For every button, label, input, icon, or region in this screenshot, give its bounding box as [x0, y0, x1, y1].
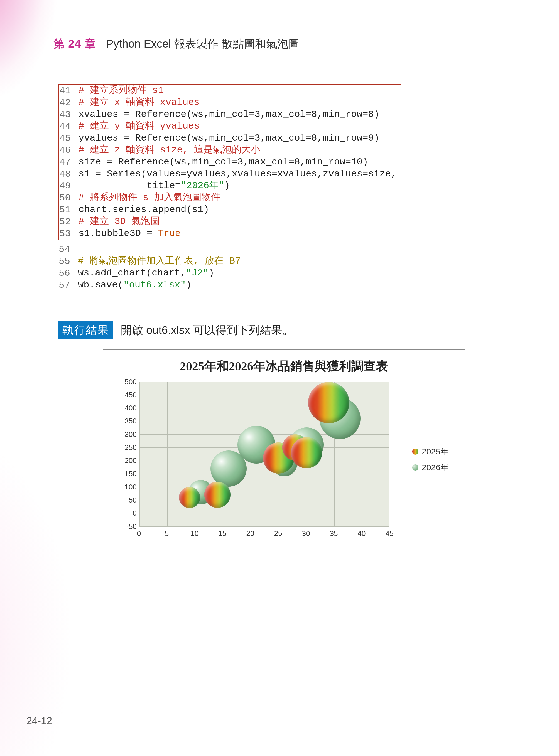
y-tick-label: 150 [117, 469, 137, 478]
line-number: 50 [59, 192, 75, 204]
code-line: wb.save("out6.xlsx") [74, 279, 245, 291]
bubble-point [179, 487, 200, 508]
x-tick-label: 10 [189, 529, 200, 538]
code-block-highlighted: 41# 建立系列物件 s142# 建立 x 軸資料 xvalues43xvalu… [59, 84, 401, 240]
x-tick-label: 15 [217, 529, 228, 538]
y-tick-label: 300 [117, 430, 137, 438]
code-line: xvalues = Reference(ws,min_col=3,max_col… [75, 109, 401, 121]
code-line: s1 = Series(values=yvalues,xvalues=xvalu… [75, 168, 401, 180]
line-number: 51 [59, 204, 75, 216]
result-text: 開啟 out6.xlsx 可以得到下列結果。 [121, 322, 293, 338]
line-number: 41 [59, 85, 75, 97]
chart-container: 2025年和2026年冰品銷售與獲利調查表 -50050100150200250… [103, 349, 465, 549]
code-line: # 將氣泡圖物件加入工作表, 放在 B7 [74, 255, 245, 268]
y-tick-label: 100 [117, 482, 137, 491]
code-line: # 建立 x 軸資料 xvalues [75, 97, 401, 109]
chapter-number: 第 24 章 [53, 36, 96, 51]
code-line: # 建立系列物件 s1 [75, 85, 401, 97]
code-line [74, 244, 245, 255]
code-line: title="2026年") [75, 180, 401, 192]
code-line: # 建立 3D 氣泡圖 [75, 216, 401, 228]
legend-item: 2026年 [412, 462, 449, 473]
x-tick-label: 30 [300, 529, 312, 538]
chart-legend: 2025年 2026年 [412, 441, 449, 478]
code-line: ws.add_chart(chart,"J2") [74, 268, 245, 279]
bubble-point [308, 382, 349, 423]
legend-item: 2025年 [412, 446, 449, 457]
y-tick-label: 50 [117, 496, 137, 504]
bubble-point [204, 482, 230, 508]
y-tick-label: 500 [117, 377, 137, 386]
line-number: 45 [59, 133, 75, 144]
code-line: size = Reference(ws,min_col=3,max_col=8,… [75, 156, 401, 168]
chart-title: 2025年和2026年冰品銷售與獲利調查表 [103, 358, 465, 374]
line-number: 55 [59, 255, 74, 268]
line-number: 46 [59, 144, 75, 156]
x-tick-label: 45 [384, 529, 395, 538]
code-line: # 將系列物件 s 加入氣泡圖物件 [75, 192, 401, 204]
x-tick-label: 5 [161, 529, 172, 538]
legend-label: 2025年 [422, 446, 449, 457]
line-number: 47 [59, 156, 75, 168]
chapter-heading: 第 24 章 Python Excel 報表製作 散點圖和氣泡圖 [53, 36, 500, 51]
y-tick-label: 0 [117, 509, 137, 518]
result-line: 執行結果 開啟 out6.xlsx 可以得到下列結果。 [59, 321, 500, 339]
result-badge: 執行結果 [59, 321, 113, 339]
line-number: 52 [59, 216, 75, 228]
y-tick-label: 450 [117, 390, 137, 399]
line-number: 57 [59, 279, 74, 291]
code-line: s1.bubble3D = True [75, 228, 401, 240]
code-block: 5455# 將氣泡圖物件加入工作表, 放在 B756ws.add_chart(c… [59, 244, 245, 291]
line-number: 56 [59, 268, 74, 279]
line-number: 53 [59, 228, 75, 240]
line-number: 42 [59, 97, 75, 109]
line-number: 48 [59, 168, 75, 180]
legend-label: 2026年 [422, 462, 449, 473]
y-tick-label: 350 [117, 417, 137, 426]
y-tick-label: 400 [117, 404, 137, 412]
code-line: yvalues = Reference(ws,min_col=3,max_col… [75, 133, 401, 144]
line-number: 43 [59, 109, 75, 121]
x-tick-label: 25 [272, 529, 284, 538]
chapter-title: Python Excel 報表製作 散點圖和氣泡圖 [106, 36, 300, 51]
line-number: 44 [59, 120, 75, 133]
line-number: 54 [59, 244, 74, 255]
x-tick-label: 35 [328, 529, 339, 538]
legend-marker-icon [412, 464, 419, 471]
y-tick-label: 200 [117, 456, 137, 465]
bubble-point [291, 437, 322, 468]
x-tick-label: 0 [133, 529, 144, 538]
code-line: # 建立 z 軸資料 size, 這是氣泡的大小 [75, 144, 401, 156]
x-tick-label: 40 [356, 529, 367, 538]
legend-marker-icon [412, 449, 419, 455]
bubble-chart: -500501001502002503003504004505000510152… [117, 379, 401, 540]
page-number: 24-12 [26, 715, 52, 727]
code-line: chart.series.append(s1) [75, 204, 401, 216]
x-tick-label: 20 [245, 529, 256, 538]
line-number: 49 [59, 180, 75, 192]
y-tick-label: 250 [117, 443, 137, 452]
code-line: # 建立 y 軸資料 yvalues [75, 120, 401, 133]
